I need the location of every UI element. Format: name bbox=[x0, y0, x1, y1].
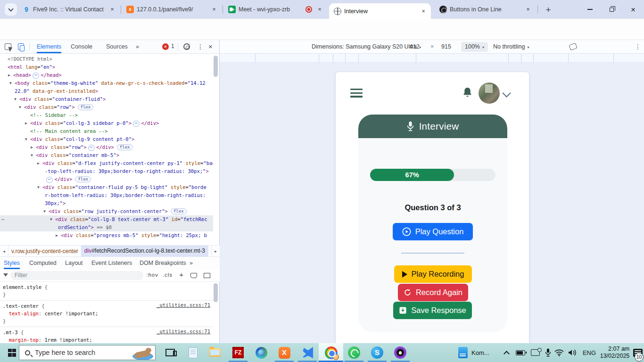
styles-more-tabs[interactable]: » bbox=[190, 257, 193, 269]
error-badge-icon[interactable]: × bbox=[162, 43, 169, 50]
styles-filter-input[interactable]: Filter bbox=[10, 271, 143, 280]
tab-xampp[interactable]: ☓ 127.0.0.1/panel/five9/ × bbox=[122, 0, 222, 19]
toggle-hover-state[interactable]: :hov bbox=[146, 272, 158, 278]
volume-status[interactable] bbox=[566, 343, 580, 362]
toggle-class[interactable]: .cls bbox=[163, 272, 173, 278]
devtools-code-line[interactable]: ▼<div class="container-fluid"> bbox=[0, 95, 213, 103]
play-question-button[interactable]: Play Question bbox=[393, 223, 473, 240]
wifi-status[interactable] bbox=[553, 343, 566, 362]
devtools-code-line[interactable]: <!-- Sidebar --> bbox=[0, 111, 213, 119]
devtools-tab-elements[interactable]: Elements bbox=[37, 40, 61, 53]
breadcrumb-parent[interactable]: v.row.justify-content-center bbox=[8, 248, 81, 255]
zoom-select[interactable]: 100%▾ bbox=[461, 42, 488, 52]
settings-gear-icon[interactable] bbox=[183, 43, 190, 50]
stylesheet-link[interactable]: _utilities.scss:71 bbox=[157, 302, 210, 308]
color-scheme-icon[interactable] bbox=[190, 273, 197, 278]
devtools-code-line[interactable]: <!DOCTYPE html> bbox=[0, 55, 213, 63]
taskbar-github[interactable] bbox=[392, 343, 409, 362]
taskbar-file-explorer[interactable] bbox=[206, 343, 223, 362]
tree-expand-arrow[interactable]: ▶ bbox=[25, 119, 27, 127]
devtools-code-line[interactable]: r-bottom-left-radius: 30px;border-bottom… bbox=[0, 191, 213, 199]
taskbar-skype[interactable]: S bbox=[369, 343, 386, 362]
tab-dom-breakpoints[interactable]: DOM Breakpoints bbox=[140, 257, 186, 269]
tree-expand-arrow[interactable]: ▼ bbox=[43, 207, 46, 215]
taskbar-filezilla[interactable]: FZ bbox=[230, 343, 247, 362]
chevron-down-icon[interactable] bbox=[502, 89, 511, 97]
taskbar-edge[interactable] bbox=[253, 343, 270, 362]
tab-buttons[interactable]: Buttons in One Line × bbox=[435, 0, 536, 19]
microphone-status[interactable] bbox=[542, 343, 553, 362]
devtools-code-line[interactable]: ▶<div class="col-lg-3 sidebar p-0">⋯</di… bbox=[0, 119, 213, 127]
tray-expand-chevron[interactable] bbox=[501, 343, 512, 362]
devtools-code-line[interactable]: ▼<div class="row justify-content-center"… bbox=[0, 207, 213, 215]
devtools-code-line[interactable]: ▼<body class="theme-bg-white" data-new-g… bbox=[0, 79, 213, 87]
elements-scrollbar-thumb[interactable] bbox=[214, 56, 218, 77]
tab-search-button[interactable] bbox=[5, 3, 17, 16]
window-minimize-button[interactable] bbox=[579, 0, 601, 19]
tab-close-icon[interactable]: × bbox=[108, 6, 116, 13]
device-dimensions-select[interactable]: Dimensions: Samsung Galaxy S20 Ultra▾ bbox=[312, 40, 421, 54]
record-again-button[interactable]: Record Again bbox=[398, 284, 468, 301]
devtools-code-line[interactable]: ▶<head>⋯</head> bbox=[0, 71, 213, 79]
user-avatar[interactable] bbox=[479, 82, 500, 104]
devtools-code-line[interactable]: 22.0" data-gr-ext-installed> bbox=[0, 87, 213, 95]
tab-computed[interactable]: Computed bbox=[29, 257, 57, 269]
css-rule[interactable]: element.style {} bbox=[0, 282, 213, 301]
play-recording-button[interactable]: Play Recording bbox=[394, 265, 472, 283]
css-rule[interactable]: .text-center { text-align: center !impor… bbox=[0, 301, 213, 327]
screen-cast-status[interactable] bbox=[528, 343, 542, 362]
new-style-rule-button[interactable]: + bbox=[179, 271, 184, 279]
tab-close-icon[interactable]: × bbox=[210, 6, 218, 13]
devtools-code-line[interactable]: <!-- Main content area --> bbox=[0, 127, 213, 135]
devtools-code-line[interactable]: ▶<div class="row">⋯</div>flex bbox=[0, 143, 213, 151]
css-rule[interactable]: .mt-3 { margin-top: 1rem !important;}_ut… bbox=[0, 327, 213, 343]
devtools-code-line[interactable]: ordSection"> == $0 bbox=[0, 223, 213, 231]
breadcrumb-scroll-right[interactable]: ▸ bbox=[211, 246, 220, 256]
tree-expand-arrow[interactable]: ▼ bbox=[19, 103, 21, 111]
clock[interactable]: 2:07 am 13/02/2025 bbox=[598, 343, 632, 362]
device-toolbar-kebab[interactable]: ⋮ bbox=[635, 40, 641, 54]
tab-close-icon[interactable]: × bbox=[316, 6, 323, 13]
tab-five9[interactable]: 9 Five9 Inc. :: Virtual Contact C × bbox=[18, 0, 120, 19]
inspect-element-icon[interactable] bbox=[5, 43, 11, 50]
taskbar-chrome-active[interactable] bbox=[322, 343, 339, 362]
tree-expand-arrow[interactable]: ▼ bbox=[9, 79, 12, 87]
toggle-sidebar-icon[interactable] bbox=[204, 273, 210, 278]
device-height-input[interactable]: 915 bbox=[441, 40, 451, 54]
devtools-code-line[interactable]: ▼<div class="container-fluid py-5 bg-lig… bbox=[0, 183, 213, 191]
device-width-input[interactable]: 412 bbox=[410, 40, 420, 54]
save-response-button[interactable]: Save Response bbox=[393, 302, 472, 319]
tab-meet[interactable]: Meet - wvi-ypxo-zrb × bbox=[223, 0, 327, 19]
tab-layout[interactable]: Layout bbox=[65, 257, 83, 269]
tree-expand-arrow[interactable]: ▶ bbox=[37, 159, 40, 167]
battery-status[interactable] bbox=[514, 343, 527, 362]
devtools-code-line[interactable]: ▶<div class="d-flex justify-content-cent… bbox=[0, 159, 213, 167]
window-close-button[interactable]: × bbox=[622, 0, 644, 19]
devtools-code-line[interactable]: ▼<div class="col-lg-9 content pt-0"> bbox=[0, 135, 213, 143]
tab-event-listeners[interactable]: Event Listeners bbox=[91, 257, 132, 269]
tab-close-icon[interactable]: × bbox=[420, 8, 427, 15]
rotate-device-icon[interactable] bbox=[569, 43, 577, 50]
devtools-kebab-menu[interactable]: ⋮ bbox=[197, 40, 204, 53]
new-tab-button[interactable]: + bbox=[542, 4, 554, 16]
start-button[interactable] bbox=[5, 343, 19, 362]
taskbar-xampp[interactable]: X bbox=[276, 343, 293, 362]
tree-expand-arrow[interactable]: ▼ bbox=[25, 135, 27, 143]
devtools-code-line[interactable]: ▼<div class="row">flex bbox=[0, 103, 213, 111]
tab-styles[interactable]: Styles bbox=[4, 257, 20, 269]
tree-expand-arrow[interactable]: ▼ bbox=[31, 151, 33, 159]
breadcrumb-scroll-left[interactable]: ◂ bbox=[0, 246, 8, 256]
tree-expand-arrow[interactable]: ▶ bbox=[56, 231, 58, 239]
tree-expand-arrow[interactable]: ▶ bbox=[8, 71, 10, 79]
task-view-button[interactable] bbox=[162, 343, 178, 362]
taskbar-vscode[interactable] bbox=[299, 343, 316, 362]
devtools-code-line[interactable]: <html lang="en"> bbox=[0, 63, 213, 71]
tab-close-icon[interactable]: × bbox=[524, 6, 532, 13]
throttling-select[interactable]: No throttling▾ bbox=[493, 40, 529, 54]
devtools-code-line[interactable]: ▶<div class="progress mb-5" style="heigh… bbox=[0, 231, 213, 239]
tree-expand-arrow[interactable]: ▶ bbox=[31, 143, 33, 151]
devtools-tab-sources[interactable]: Sources bbox=[106, 40, 128, 53]
taskbar-notepad[interactable] bbox=[185, 343, 201, 362]
stylesheet-link[interactable]: _utilities.scss:71 bbox=[157, 329, 210, 334]
media-query-bar[interactable] bbox=[220, 54, 644, 63]
